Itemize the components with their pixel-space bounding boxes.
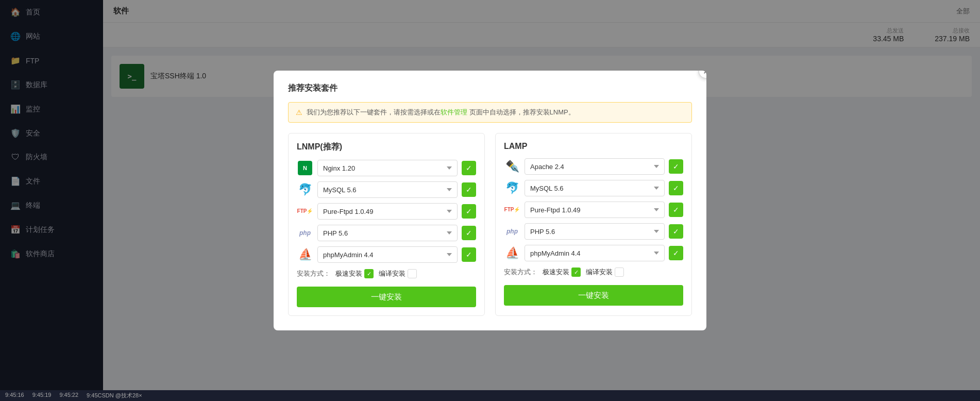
lamp-column: LAMP ✒️ Apache 2.4 ✓ 🐬	[495, 133, 692, 316]
pkg-row-ftp: FTP⚡ Pure-Ftpd 1.0.49 ✓	[297, 203, 476, 220]
status-label: 9:45CSDN @技术28×	[87, 392, 142, 399]
compile-install-check[interactable]	[408, 269, 417, 278]
modal-overlay: ✕ 推荐安装套件 ⚠ 我们为您推荐以下一键套件，请按需选择或在软件管理 页面中自…	[0, 0, 980, 401]
php-select[interactable]: PHP 5.6	[317, 225, 458, 241]
phpmyadmin-icon: ⛵	[298, 248, 312, 261]
lamp-compile-install-check[interactable]	[615, 268, 624, 277]
apache-icon: ✒️	[505, 160, 519, 173]
mysql-icon: 🐬	[298, 183, 312, 196]
fast-install-method[interactable]: 极速安装 ✓	[335, 269, 374, 278]
ftp-lamp-select[interactable]: Pure-Ftpd 1.0.49	[525, 202, 665, 218]
phpmyadmin-lamp-icon: ⛵	[505, 246, 519, 260]
close-icon: ✕	[703, 71, 707, 76]
nginx-icon: N	[298, 161, 312, 175]
mysql-lamp-check[interactable]: ✓	[669, 181, 683, 195]
pkg-row-php: php PHP 5.6 ✓	[297, 225, 476, 241]
pkg-row-mysql: 🐬 MySQL 5.6 ✓	[297, 181, 476, 198]
mysql-lamp-icon-container: 🐬	[504, 180, 520, 196]
mysql-lamp-select[interactable]: MySQL 5.6	[525, 180, 665, 196]
modal-title: 推荐安装套件	[288, 83, 692, 94]
alert-icon: ⚠	[296, 108, 302, 116]
lamp-title: LAMP	[504, 142, 683, 151]
lamp-install-method: 安装方式： 极速安装 ✓ 编译安装	[504, 268, 683, 277]
php-icon-container: php	[297, 225, 313, 241]
ftp-lamp-text-icon: FTP⚡	[504, 207, 520, 212]
status-time-1: 9:45:16	[5, 392, 24, 399]
compile-install-method[interactable]: 编译安装	[379, 269, 417, 278]
lamp-fast-install-label: 极速安装	[543, 268, 569, 277]
pkg-row-phpmyadmin: ⛵ phpMyAdmin 4.4 ✓	[297, 246, 476, 263]
ftp-select[interactable]: Pure-Ftpd 1.0.49	[317, 203, 458, 220]
ftp-lamp-icon-container: FTP⚡	[504, 202, 520, 218]
php-lamp-icon-container: php	[504, 223, 520, 240]
phpmyadmin-check[interactable]: ✓	[462, 247, 476, 262]
ftp-check[interactable]: ✓	[462, 204, 476, 219]
pkg-row-ftp-lamp: FTP⚡ Pure-Ftpd 1.0.49 ✓	[504, 202, 683, 218]
install-method-label: 安装方式：	[297, 269, 330, 278]
pkg-row-nginx: N Nginx 1.20 ✓	[297, 160, 476, 176]
mysql-lamp-icon: 🐬	[505, 181, 519, 195]
status-bar: 9:45:16 9:45:19 9:45:22 9:45CSDN @技术28×	[0, 390, 980, 401]
phpmyadmin-lamp-check[interactable]: ✓	[669, 246, 683, 260]
phpmyadmin-icon-container: ⛵	[297, 246, 313, 263]
alert-link[interactable]: 软件管理	[441, 108, 467, 116]
nginx-icon-container: N	[297, 160, 313, 176]
php-text-icon: php	[299, 229, 311, 237]
mysql-check[interactable]: ✓	[462, 182, 476, 197]
lamp-install-button[interactable]: 一键安装	[504, 285, 683, 306]
phpmyadmin-lamp-select[interactable]: phpMyAdmin 4.4	[525, 245, 665, 261]
alert-text: 我们为您推荐以下一键套件，请按需选择或在软件管理 页面中自动选择，推荐安装LNM…	[307, 108, 575, 117]
nginx-select[interactable]: Nginx 1.20	[317, 160, 458, 176]
lamp-compile-label: 编译安装	[586, 268, 613, 277]
php-lamp-select[interactable]: PHP 5.6	[525, 223, 665, 240]
lnmp-install-method: 安装方式： 极速安装 ✓ 编译安装	[297, 269, 476, 278]
apache-icon-container: ✒️	[504, 158, 520, 175]
mysql-icon-container: 🐬	[297, 181, 313, 198]
lnmp-install-button[interactable]: 一键安装	[297, 287, 476, 307]
lamp-fast-install-check[interactable]: ✓	[571, 268, 581, 277]
alert-banner: ⚠ 我们为您推荐以下一键套件，请按需选择或在软件管理 页面中自动选择，推荐安装L…	[288, 102, 692, 123]
pkg-row-apache: ✒️ Apache 2.4 ✓	[504, 158, 683, 175]
fast-install-label: 极速安装	[335, 269, 362, 278]
phpmyadmin-select[interactable]: phpMyAdmin 4.4	[317, 246, 458, 263]
lamp-fast-install-method[interactable]: 极速安装 ✓	[543, 268, 581, 277]
ftp-text-icon: FTP⚡	[297, 209, 313, 214]
php-lamp-check[interactable]: ✓	[669, 224, 683, 239]
phpmyadmin-lamp-icon-container: ⛵	[504, 245, 520, 261]
recommend-modal: ✕ 推荐安装套件 ⚠ 我们为您推荐以下一键套件，请按需选择或在软件管理 页面中自…	[274, 71, 706, 330]
apache-check[interactable]: ✓	[669, 159, 683, 174]
pkg-row-mysql-lamp: 🐬 MySQL 5.6 ✓	[504, 180, 683, 196]
pkg-row-php-lamp: php PHP 5.6 ✓	[504, 223, 683, 240]
lnmp-title: LNMP(推荐)	[297, 142, 476, 153]
ftp-lamp-check[interactable]: ✓	[669, 203, 683, 217]
php-lamp-text-icon: php	[506, 228, 518, 235]
lamp-install-method-label: 安装方式：	[504, 268, 537, 277]
status-time-3: 9:45:22	[59, 392, 78, 399]
compile-label: 编译安装	[379, 269, 405, 278]
php-check[interactable]: ✓	[462, 226, 476, 240]
fast-install-check[interactable]: ✓	[364, 269, 374, 278]
columns-container: LNMP(推荐) N Nginx 1.20 ✓ 🐬	[288, 133, 692, 316]
status-time-2: 9:45:19	[32, 392, 52, 399]
apache-select[interactable]: Apache 2.4	[525, 158, 665, 175]
lnmp-column: LNMP(推荐) N Nginx 1.20 ✓ 🐬	[288, 133, 485, 316]
ftp-icon-container: FTP⚡	[297, 203, 313, 220]
lamp-compile-install-method[interactable]: 编译安装	[586, 268, 624, 277]
mysql-select[interactable]: MySQL 5.6	[317, 181, 458, 198]
nginx-check[interactable]: ✓	[462, 161, 476, 175]
pkg-row-phpmyadmin-lamp: ⛵ phpMyAdmin 4.4 ✓	[504, 245, 683, 261]
close-button[interactable]: ✕	[698, 71, 706, 79]
